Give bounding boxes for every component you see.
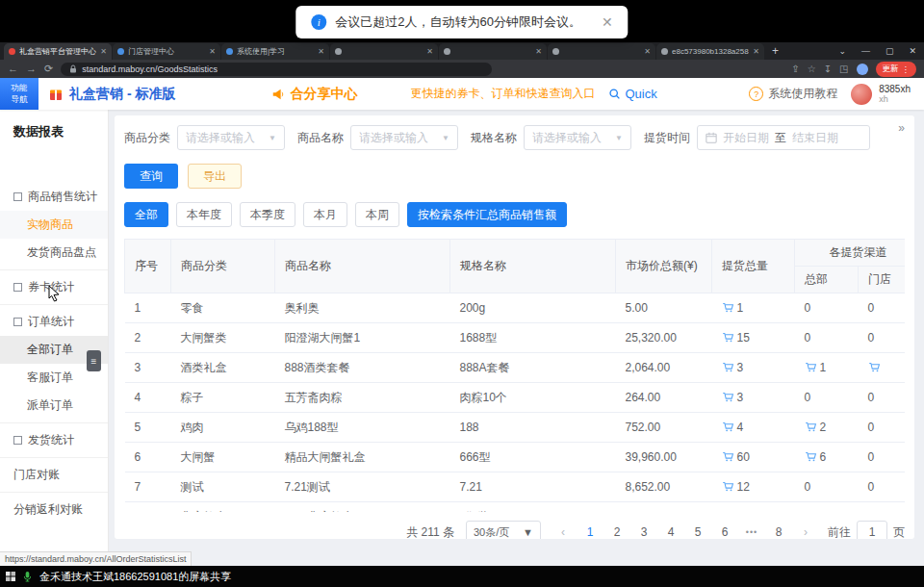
ellipsis-icon[interactable]: ••• bbox=[741, 522, 762, 539]
quick-tab[interactable]: 按检索条件汇总商品销售额 bbox=[407, 202, 567, 227]
quick-tab[interactable]: 本季度 bbox=[240, 202, 295, 227]
column-header[interactable]: 市场价总额(¥) bbox=[616, 240, 712, 294]
tab-close-icon[interactable]: ✕ bbox=[100, 47, 107, 56]
cart-icon bbox=[722, 480, 734, 493]
browser-tab[interactable]: ✕ bbox=[330, 43, 438, 60]
share-center-link[interactable]: 合分享中心 bbox=[271, 86, 357, 103]
table-row[interactable]: 8燕窝礼盒 XXX燕窝礼盒5瓶装 2,640.003 2 bbox=[125, 502, 906, 513]
sidebar-item[interactable]: 订单统计 bbox=[0, 308, 108, 336]
table-row[interactable]: 4粽子 五芳斋肉粽肉粽10个 264.003 00 bbox=[125, 383, 906, 413]
quick-search-link[interactable]: Quick bbox=[608, 87, 656, 101]
filter-select[interactable]: 请选择或输入 ▼ bbox=[177, 125, 285, 150]
cart-icon bbox=[805, 510, 817, 512]
sidebar-item[interactable]: 派单订单 bbox=[0, 392, 108, 420]
refresh-icon[interactable]: ⟳ bbox=[44, 64, 53, 74]
search-button[interactable]: 查询 bbox=[124, 164, 178, 189]
goto-page-input[interactable] bbox=[857, 521, 887, 539]
sidebar-title: 数据报表 bbox=[0, 110, 108, 183]
nav-toggle-button[interactable]: 功能 导航 bbox=[0, 78, 38, 110]
tab-close-icon[interactable]: ✕ bbox=[426, 47, 433, 56]
tab-close-icon[interactable]: ✕ bbox=[644, 47, 651, 56]
tab-close-icon[interactable]: ✕ bbox=[535, 47, 542, 56]
next-page-icon[interactable]: › bbox=[795, 522, 816, 539]
browser-tab[interactable]: 系统使用|学习 ✕ bbox=[221, 43, 329, 60]
browser-tab[interactable]: 礼盒营销平台管理中心 ✕ bbox=[4, 43, 112, 60]
table-row[interactable]: 3酒类礼盒 888酒类套餐888A套餐 2,064.003 1 bbox=[125, 353, 906, 383]
new-tab-button[interactable]: + bbox=[772, 44, 779, 58]
divider bbox=[0, 457, 108, 458]
column-header[interactable]: 商品分类 bbox=[171, 240, 275, 294]
chevron-down-icon[interactable]: ⌄ bbox=[831, 42, 854, 60]
brand: 礼盒营销 - 标准版 bbox=[48, 86, 175, 103]
quick-tab[interactable]: 本年度 bbox=[176, 202, 232, 227]
table-row[interactable]: 6大闸蟹 精品大闸蟹礼盒666型 39,960.0060 60 bbox=[125, 443, 906, 472]
browser-tab[interactable]: e8c573980b1328a2584d2e6 ✕ bbox=[656, 43, 764, 60]
browser-tab[interactable]: ✕ bbox=[548, 43, 655, 60]
quick-tab[interactable]: 本周 bbox=[355, 202, 399, 227]
column-header[interactable]: 门店 bbox=[859, 267, 906, 294]
bookmark-star-icon[interactable]: ☆ bbox=[808, 64, 816, 74]
table-row[interactable]: 7测试 7.21测试7.21 8,652.0012 00 bbox=[125, 472, 906, 502]
page-button[interactable]: 6 bbox=[714, 522, 735, 539]
column-header[interactable]: 规格名称 bbox=[450, 240, 616, 294]
column-header[interactable]: 总部 bbox=[795, 267, 859, 294]
page-button[interactable]: 8 bbox=[768, 522, 789, 539]
prev-page-icon[interactable]: ‹ bbox=[552, 522, 574, 539]
browser-tab[interactable]: 门店管理中心 ✕ bbox=[113, 43, 220, 60]
maximize-icon[interactable]: ▢ bbox=[878, 42, 902, 60]
bullet-icon bbox=[13, 318, 22, 326]
column-header[interactable]: 商品名称 bbox=[275, 240, 450, 294]
page-button[interactable]: 5 bbox=[687, 522, 708, 539]
page-button[interactable]: 1 bbox=[579, 522, 601, 539]
export-button[interactable]: 导出 bbox=[188, 164, 242, 189]
forward-icon[interactable]: → bbox=[26, 64, 37, 74]
page-size-select[interactable]: 30条/页 ▼ bbox=[466, 521, 541, 539]
tutorial-link[interactable]: ? 系统使用教程 bbox=[749, 86, 837, 102]
collapse-panel-icon[interactable]: » bbox=[898, 121, 905, 135]
cart-icon bbox=[722, 331, 734, 344]
favicon-icon bbox=[9, 48, 15, 55]
back-icon[interactable]: ← bbox=[8, 64, 18, 74]
table-row[interactable]: 5鸡肉 乌鸡188型188 752.004 20 bbox=[125, 413, 906, 443]
page-buttons: ‹123456•••8› bbox=[552, 522, 816, 539]
filter-select[interactable]: 请选择或输入 ▼ bbox=[524, 125, 631, 150]
sidebar-item[interactable]: 门店对账 bbox=[0, 461, 108, 489]
page-button[interactable]: 2 bbox=[606, 522, 628, 539]
tab-close-icon[interactable]: ✕ bbox=[753, 47, 759, 56]
close-icon[interactable]: ✕ bbox=[602, 14, 613, 30]
sidebar-item[interactable]: 商品销售统计 bbox=[0, 183, 108, 211]
update-button[interactable]: 更新⋮ bbox=[876, 62, 917, 77]
table-row[interactable]: 2大闸蟹类 阳澄湖大闸蟹11688型 25,320.0015 00 bbox=[125, 323, 906, 353]
browser-tab[interactable]: ✕ bbox=[439, 43, 547, 60]
window-controls: ⌄ — ▢ ✕ bbox=[831, 42, 924, 60]
quick-tab[interactable]: 本月 bbox=[303, 202, 347, 227]
column-header[interactable]: 提货总量 bbox=[712, 240, 795, 294]
sidebar-item[interactable]: 发货统计 bbox=[0, 426, 108, 454]
page-button[interactable]: 3 bbox=[633, 522, 654, 539]
sidebar-item[interactable]: 分销返利对账 bbox=[0, 496, 108, 523]
pagination: 共 211 条 30条/页 ▼ ‹123456•••8› 前往 页 bbox=[124, 521, 905, 539]
sidebar-item[interactable]: 发货商品盘点 bbox=[0, 239, 108, 267]
url-field[interactable]: standard.maboy.cn/GoodsStatistics bbox=[61, 63, 492, 76]
page-button[interactable]: 4 bbox=[660, 522, 681, 539]
date-range-picker[interactable]: 开始日期 至 结束日期 bbox=[697, 125, 870, 150]
extensions-icon[interactable]: ◳ bbox=[839, 64, 848, 74]
toast-message: 会议已超过2人，自动转为60分钟限时会议。 bbox=[335, 13, 581, 31]
table-row[interactable]: 1零食 奥利奥200g 5.001 00 bbox=[125, 294, 906, 323]
tab-close-icon[interactable]: ✕ bbox=[318, 47, 324, 56]
close-window-icon[interactable]: ✕ bbox=[901, 42, 924, 60]
share-icon[interactable]: ⇪ bbox=[791, 64, 799, 74]
menu-dots-icon: ⋮ bbox=[902, 64, 911, 74]
minimize-icon[interactable]: — bbox=[854, 42, 878, 60]
sidebar-collapse-handle[interactable]: ≡ bbox=[87, 350, 101, 371]
user-avatar[interactable] bbox=[851, 84, 872, 105]
sidebar-item[interactable]: 实物商品 bbox=[0, 211, 108, 239]
column-header[interactable]: 序号 bbox=[125, 240, 171, 294]
download-icon[interactable]: ↧ bbox=[824, 64, 832, 74]
filter-select[interactable]: 请选择或输入 ▼ bbox=[350, 125, 458, 150]
sidebar-item[interactable]: 券卡统计 bbox=[0, 273, 108, 301]
profile-avatar[interactable] bbox=[857, 64, 868, 75]
chevron-down-icon: ▼ bbox=[269, 134, 276, 142]
tab-close-icon[interactable]: ✕ bbox=[209, 47, 216, 56]
quick-tab[interactable]: 全部 bbox=[124, 202, 168, 227]
